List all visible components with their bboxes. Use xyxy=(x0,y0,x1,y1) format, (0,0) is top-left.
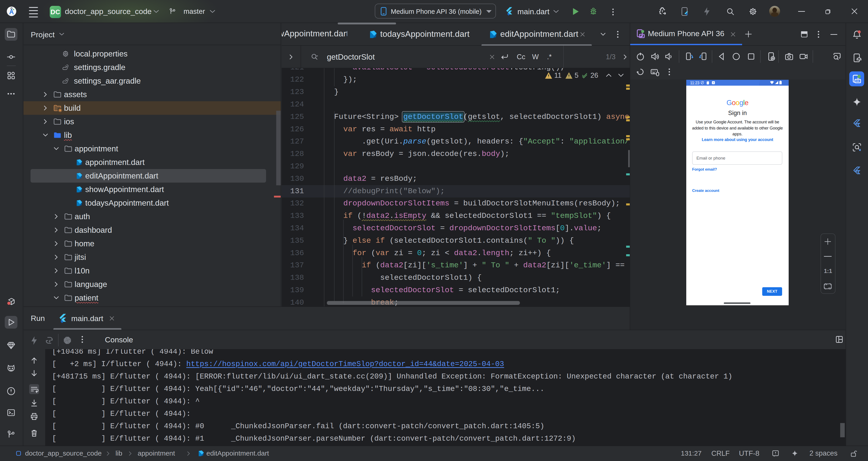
svg-text:A: A xyxy=(713,82,714,84)
